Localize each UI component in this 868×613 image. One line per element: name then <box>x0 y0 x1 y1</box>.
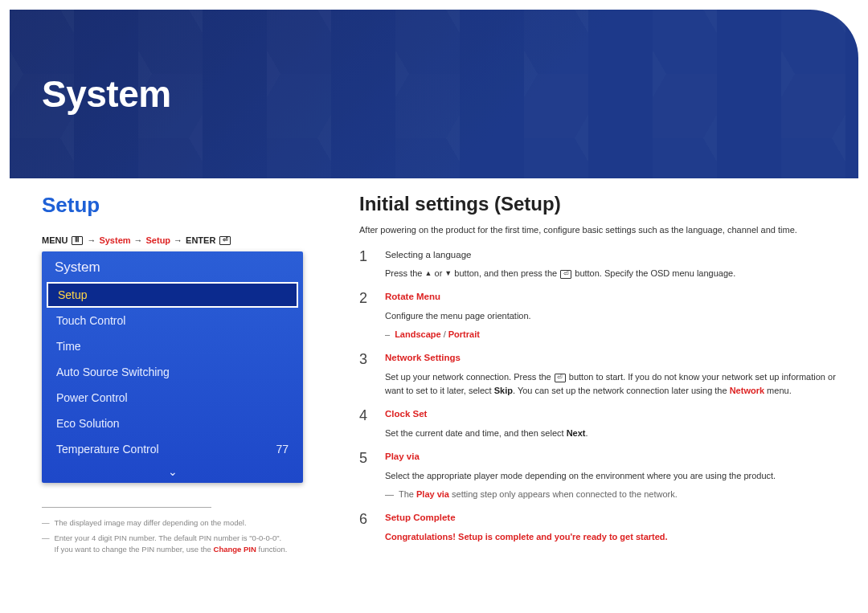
step-number: 1 <box>359 248 374 281</box>
step-body: Select the appropriate player mode depen… <box>385 469 836 483</box>
next-label: Next <box>567 428 586 438</box>
menu-item-power-control[interactable]: Power Control <box>42 385 303 411</box>
menu-item-label: Auto Source Switching <box>56 366 170 378</box>
footnote-change-pin: Change PIN <box>214 545 256 554</box>
menu-item-temperature-control[interactable]: Temperature Control 77 <box>42 436 303 462</box>
enter-icon: ⏎ <box>555 374 566 382</box>
step-title: Rotate Menu <box>385 290 836 304</box>
footnote-2b-suffix: function. <box>256 545 288 554</box>
breadcrumb-enter-label: ENTER <box>186 235 215 245</box>
menu-item-eco-solution[interactable]: Eco Solution <box>42 411 303 436</box>
menu-item-label: Touch Control <box>56 314 125 327</box>
footnote-1: The displayed image may differ depending… <box>55 517 247 528</box>
menu-icon: Ⅲ <box>72 236 83 245</box>
menu-scroll-down[interactable]: ⌄ <box>42 462 303 483</box>
step-4: 4 Clock Set Set the current date and tim… <box>359 407 836 440</box>
step-title: Clock Set <box>385 407 836 422</box>
breadcrumb-arrow: → <box>87 235 96 245</box>
menu-panel-title: System <box>42 251 303 282</box>
breadcrumb-menu-label: MENU <box>42 235 68 245</box>
breadcrumb-setup: Setup <box>146 235 171 245</box>
chevron-down-icon: ⌄ <box>168 465 178 478</box>
network-label: Network <box>730 386 764 395</box>
menu-item-label: Temperature Control <box>56 443 159 456</box>
footnote-2b-prefix: If you want to change the PIN number, us… <box>55 545 214 554</box>
step-body: Congratulations! Setup is complete and y… <box>385 530 836 544</box>
option-portrait: Portrait <box>448 329 480 339</box>
step-body: Press the ▲ or ▼ button, and then press … <box>385 267 836 280</box>
enter-icon: ⏎ <box>219 236 231 245</box>
step-number: 3 <box>359 351 374 398</box>
step-title: Play via <box>385 450 836 464</box>
step-title: Network Settings <box>385 351 836 366</box>
step-number: 2 <box>359 290 374 341</box>
breadcrumb: MENU Ⅲ → System → Setup → ENTER ⏎ <box>42 235 303 245</box>
step-number: 4 <box>359 407 374 440</box>
menu-item-value: 77 <box>276 443 289 456</box>
step-5: 5 Play via Select the appropriate player… <box>359 450 836 501</box>
footnotes: ― The displayed image may differ dependi… <box>42 517 303 554</box>
section-title-setup: Setup <box>42 193 303 218</box>
breadcrumb-system: System <box>99 235 130 245</box>
step-1: 1 Selecting a language Press the ▲ or ▼ … <box>359 248 836 281</box>
step-number: 6 <box>359 511 374 544</box>
page-banner: System <box>10 10 858 178</box>
list-dash: – <box>385 328 390 341</box>
enter-icon: ⏎ <box>560 270 571 279</box>
system-menu-panel: System Setup Touch Control Time Auto Sou… <box>42 251 303 483</box>
menu-item-label: Eco Solution <box>56 417 120 430</box>
banner-pattern <box>10 10 858 178</box>
step-body: Configure the menu page orientation. <box>385 309 836 323</box>
step-3: 3 Network Settings Set up your network c… <box>359 351 836 398</box>
step-note: The Play via setting step only appears w… <box>399 488 678 501</box>
down-arrow-icon: ▼ <box>444 269 452 277</box>
step-body: Set the current date and time, and then … <box>385 427 836 440</box>
footnote-2a: Enter your 4 digit PIN number. The defau… <box>55 533 282 542</box>
breadcrumb-arrow: → <box>134 235 143 245</box>
step-2: 2 Rotate Menu Configure the menu page or… <box>359 290 836 341</box>
footnote-divider <box>42 507 211 508</box>
footnote-2: Enter your 4 digit PIN number. The defau… <box>55 533 288 554</box>
menu-item-touch-control[interactable]: Touch Control <box>42 308 303 333</box>
step-body: Set up your network connection. Press th… <box>385 370 836 398</box>
menu-item-time[interactable]: Time <box>42 333 303 359</box>
option-landscape: Landscape <box>395 329 440 339</box>
step-6: 6 Setup Complete Congratulations! Setup … <box>359 511 836 544</box>
skip-label: Skip <box>494 386 513 395</box>
footnote-dash: ― <box>42 533 50 554</box>
menu-item-setup[interactable]: Setup <box>47 282 298 308</box>
menu-item-label: Time <box>56 340 81 353</box>
menu-item-label: Power Control <box>56 391 128 404</box>
list-dash: ― <box>385 488 394 501</box>
menu-item-auto-source-switching[interactable]: Auto Source Switching <box>42 359 303 385</box>
breadcrumb-arrow: → <box>174 235 182 245</box>
section-title-initial-settings: Initial settings (Setup) <box>359 193 836 215</box>
menu-item-label: Setup <box>58 288 88 301</box>
step-title: Setup Complete <box>385 511 836 525</box>
intro-text: After powering on the product for the fi… <box>359 223 836 237</box>
play-via-label: Play via <box>416 489 449 499</box>
step-title: Selecting a language <box>385 248 836 263</box>
step-number: 5 <box>359 450 374 501</box>
footnote-dash: ― <box>42 517 50 528</box>
